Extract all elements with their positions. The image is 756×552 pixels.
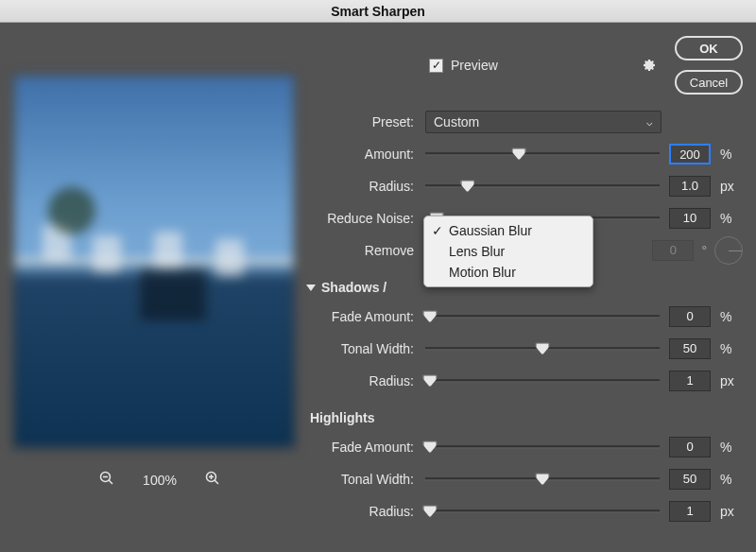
highlights-fade-slider[interactable] [425,436,660,458]
highlights-tonal-slider[interactable] [425,468,660,491]
chevron-down-icon: ⌵ [646,116,653,129]
highlights-fade-label: Fade Amount: [306,440,416,455]
reduce-noise-unit: % [720,211,743,226]
shadows-fade-label: Fade Amount: [306,309,416,324]
shadows-radius-label: Radius: [306,373,416,388]
disclosure-triangle-icon [306,285,316,291]
highlights-section-label: Highlights [310,410,374,425]
preset-label: Preset: [306,114,416,129]
highlights-tonal-unit: % [720,472,743,487]
highlights-radius-field[interactable]: 1 [669,501,711,522]
preview-checkbox[interactable]: ✓ [429,59,443,73]
shadows-fade-unit: % [720,309,743,324]
cancel-button[interactable]: Cancel [675,70,743,95]
preview-image [13,75,295,448]
svg-line-1 [109,480,112,484]
reduce-noise-label: Reduce Noise: [306,211,416,226]
remove-option-lens[interactable]: Lens Blur [424,241,593,262]
remove-dropdown[interactable]: Gaussian Blur Lens Blur Motion Blur [423,216,593,287]
shadows-fade-slider[interactable] [425,305,660,328]
highlights-tonal-field[interactable]: 50 [669,469,711,490]
preset-value: Custom [434,114,479,129]
radius-label: Radius: [306,179,416,194]
remove-option-motion[interactable]: Motion Blur [424,262,593,283]
remove-option-gaussian[interactable]: Gaussian Blur [424,220,593,241]
amount-field[interactable]: 200 [669,144,711,164]
shadows-section-label: Shadows / [321,280,387,295]
zoom-in-icon[interactable] [205,471,220,489]
shadows-tonal-field[interactable]: 50 [669,338,711,359]
dialog-title: Smart Sharpen [0,0,756,23]
remove-label: Remove [306,243,416,258]
shadows-radius-field[interactable]: 1 [669,371,711,391]
amount-slider[interactable] [425,143,660,165]
zoom-level: 100% [143,473,177,488]
shadows-radius-unit: px [720,373,743,388]
radius-slider[interactable] [425,175,660,198]
highlights-section-header: Highlights [310,410,743,425]
reduce-noise-field[interactable]: 10 [669,208,711,229]
ok-button[interactable]: OK [675,36,743,60]
highlights-tonal-label: Tonal Width: [306,472,416,487]
radius-unit: px [720,179,743,194]
amount-label: Amount: [306,147,416,162]
preview-label: Preview [451,58,498,73]
shadows-tonal-unit: % [720,341,743,356]
angle-dial[interactable] [714,236,743,265]
radius-field[interactable]: 1.0 [669,176,711,197]
gear-icon[interactable] [641,57,656,75]
shadows-radius-slider[interactable] [425,370,660,392]
highlights-fade-unit: % [720,440,743,455]
preset-select[interactable]: Custom ⌵ [425,111,662,133]
highlights-radius-label: Radius: [306,504,416,519]
svg-line-4 [215,480,218,484]
shadows-tonal-slider[interactable] [425,337,660,360]
amount-unit: % [720,147,743,162]
highlights-fade-field[interactable]: 0 [669,437,711,457]
shadows-fade-field[interactable]: 0 [669,306,711,327]
remove-angle-field[interactable]: 0 [652,240,694,261]
degree-unit: ° [701,243,707,258]
shadows-tonal-label: Tonal Width: [306,341,416,356]
zoom-out-icon[interactable] [99,471,114,489]
highlights-radius-unit: px [720,504,743,519]
highlights-radius-slider[interactable] [425,500,660,523]
